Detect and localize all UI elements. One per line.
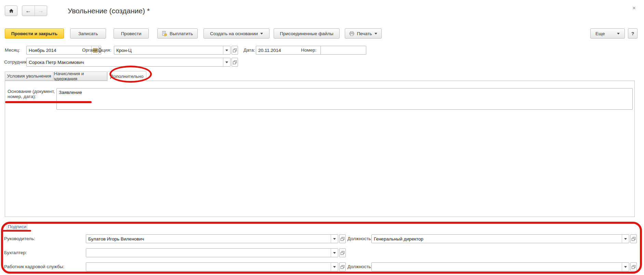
accountant-input[interactable] bbox=[86, 249, 331, 257]
hr-input[interactable] bbox=[86, 263, 331, 271]
chevron-down-icon bbox=[333, 252, 336, 254]
chevron-down-icon bbox=[624, 238, 627, 240]
signatures-collapse-link[interactable]: Подписи bbox=[7, 224, 27, 230]
print-button[interactable]: Печать bbox=[345, 28, 382, 39]
chevron-down-icon bbox=[624, 266, 627, 268]
hr-label: Работник кадровой службы: bbox=[4, 262, 64, 271]
hr-position-input[interactable] bbox=[372, 263, 622, 271]
manager-position-dropdown-button[interactable] bbox=[622, 235, 629, 243]
chevron-down-icon bbox=[333, 238, 336, 240]
month-input[interactable] bbox=[27, 46, 91, 54]
number-label: Номер: bbox=[301, 46, 316, 55]
annotation-underline-signatures bbox=[2, 230, 31, 232]
history-nav-group: ← → bbox=[22, 5, 47, 16]
hr-position-dropdown-button[interactable] bbox=[622, 263, 629, 271]
manager-position-field-group bbox=[371, 234, 637, 243]
close-icon[interactable]: × bbox=[632, 5, 636, 12]
manager-label: Руководитель: bbox=[4, 234, 35, 243]
tab-accruals-deductions[interactable]: Начисления и удержания bbox=[54, 71, 107, 81]
hr-position-open-button[interactable] bbox=[630, 262, 637, 271]
attached-files-button[interactable]: Присоединенные файлы bbox=[274, 28, 340, 39]
organization-label: Организация: bbox=[82, 46, 111, 55]
pay-label: Выплатить bbox=[170, 31, 193, 36]
employee-input[interactable] bbox=[27, 58, 223, 66]
back-button[interactable]: ← bbox=[22, 6, 35, 16]
date-field-group bbox=[256, 46, 296, 55]
number-input[interactable] bbox=[320, 46, 366, 55]
open-icon bbox=[341, 265, 344, 269]
open-icon bbox=[233, 60, 237, 64]
tab-additional[interactable]: Дополнительно bbox=[107, 71, 146, 81]
organization-field-group bbox=[114, 46, 238, 55]
tab-label: Дополнительно bbox=[110, 74, 143, 79]
post-label: Провести bbox=[121, 31, 142, 36]
post-and-close-label: Провести и закрыть bbox=[11, 31, 57, 36]
date-label: Дата: bbox=[244, 46, 255, 55]
save-label: Записать bbox=[78, 31, 98, 36]
hr-position-label: Должность: bbox=[347, 262, 372, 271]
attached-files-label: Присоединенные файлы bbox=[280, 31, 333, 36]
accountant-field-group bbox=[86, 248, 346, 257]
create-based-on-button[interactable]: Создать на основании bbox=[203, 28, 270, 39]
chevron-down-icon bbox=[260, 33, 263, 35]
organization-input[interactable] bbox=[114, 46, 223, 54]
manager-field-group bbox=[86, 234, 346, 243]
open-icon bbox=[632, 265, 635, 269]
print-label: Печать bbox=[357, 31, 372, 36]
home-icon bbox=[9, 8, 14, 14]
create-based-on-label: Создать на основании bbox=[210, 31, 258, 36]
tab-label: Начисления и удержания bbox=[54, 71, 107, 81]
more-button[interactable]: Еще bbox=[590, 28, 625, 39]
tab-label: Условия увольнения bbox=[7, 73, 51, 79]
more-label: Еще bbox=[595, 31, 605, 36]
chevron-down-icon bbox=[225, 50, 228, 51]
manager-dropdown-button[interactable] bbox=[331, 235, 338, 243]
printer-icon bbox=[349, 31, 354, 36]
chevron-down-icon bbox=[333, 266, 336, 268]
organization-open-button[interactable] bbox=[232, 46, 238, 55]
hr-open-button[interactable] bbox=[339, 262, 346, 271]
dismissal-document-window: ← → Увольнение (создание) * × Провести и… bbox=[0, 0, 644, 275]
tab-dismissal-conditions[interactable]: Условия увольнения bbox=[5, 71, 53, 81]
chevron-down-icon bbox=[225, 61, 228, 63]
hr-dropdown-button[interactable] bbox=[331, 263, 338, 271]
forward-button[interactable]: → bbox=[35, 6, 47, 16]
accountant-open-button[interactable] bbox=[339, 248, 346, 257]
organization-dropdown-button[interactable] bbox=[223, 46, 230, 54]
manager-position-label: Должность: bbox=[347, 234, 372, 243]
basis-label: Основание (документ, номер, дата): bbox=[8, 89, 58, 99]
open-icon bbox=[233, 49, 237, 52]
save-button[interactable]: Записать bbox=[70, 28, 106, 39]
month-label: Месяц: bbox=[5, 46, 20, 55]
accountant-dropdown-button[interactable] bbox=[331, 249, 338, 257]
chevron-down-icon bbox=[617, 33, 620, 35]
hr-field-group bbox=[86, 262, 346, 271]
open-icon bbox=[341, 237, 344, 241]
open-icon bbox=[632, 237, 635, 241]
basis-textarea[interactable]: Заявление bbox=[56, 88, 633, 110]
employee-dropdown-button[interactable] bbox=[223, 58, 230, 66]
month-field-group bbox=[26, 46, 71, 55]
chevron-down-icon bbox=[374, 33, 377, 35]
pay-button[interactable]: Выплатить bbox=[157, 28, 198, 39]
post-and-close-button[interactable]: Провести и закрыть bbox=[5, 28, 64, 39]
manager-position-input[interactable] bbox=[372, 235, 622, 243]
manager-open-button[interactable] bbox=[339, 234, 346, 243]
manager-position-open-button[interactable] bbox=[630, 234, 637, 243]
employee-label: Сотрудник: bbox=[4, 58, 28, 67]
employee-field-group bbox=[26, 58, 238, 67]
accountant-label: Бухгалтер: bbox=[4, 248, 27, 257]
help-label: ? bbox=[631, 31, 634, 36]
hr-position-field-group bbox=[371, 262, 637, 271]
manager-input[interactable] bbox=[86, 235, 331, 243]
home-button[interactable] bbox=[5, 5, 17, 16]
post-button[interactable]: Провести bbox=[114, 28, 149, 39]
pay-document-coins-icon bbox=[162, 31, 167, 36]
employee-open-button[interactable] bbox=[232, 58, 238, 67]
help-button[interactable]: ? bbox=[628, 28, 638, 39]
open-icon bbox=[341, 251, 344, 255]
page-title: Увольнение (создание) * bbox=[68, 7, 150, 15]
